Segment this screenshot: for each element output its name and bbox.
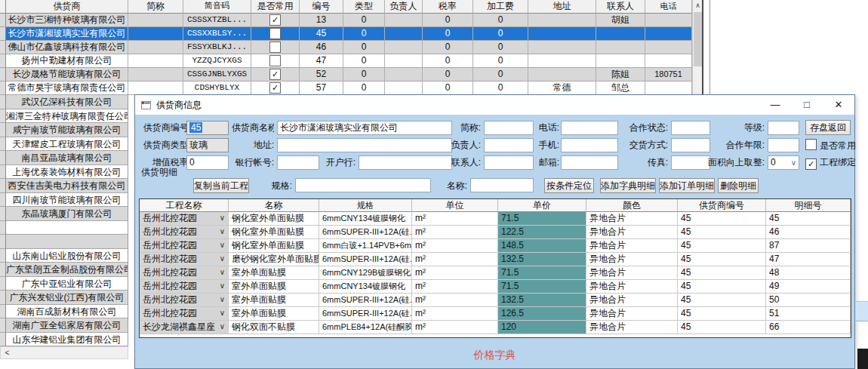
name-cell[interactable]: 钢化室外单面贴膜 <box>229 239 319 253</box>
pinyin-cell[interactable]: CSSGJNBLYXGS <box>183 68 251 81</box>
name-cell[interactable]: 钢化室外单面贴膜 <box>229 212 319 226</box>
color-cell[interactable]: 异地合片 <box>586 321 678 334</box>
col-header-name[interactable]: 名称 <box>229 199 319 212</box>
project-combobox-cell[interactable]: 岳州北控花园∨ <box>140 212 229 226</box>
tax-cell[interactable]: 0 <box>423 41 473 54</box>
manager-cell[interactable] <box>385 27 423 41</box>
supplier-name-input[interactable]: 长沙市潇湘玻璃实业有限公司 <box>277 121 452 135</box>
address-cell[interactable]: 常德 <box>528 81 596 95</box>
manager-cell[interactable] <box>385 81 423 95</box>
detail-id-cell[interactable]: 49 <box>766 280 851 294</box>
color-cell[interactable]: 异地合片 <box>586 307 678 321</box>
col-header-fee[interactable]: 加工费 <box>473 0 528 14</box>
unit-cell[interactable]: m² <box>412 266 498 280</box>
price-cell[interactable]: 120 <box>498 321 586 334</box>
phone-cell[interactable] <box>645 41 692 54</box>
supplier-name-cell[interactable]: 长沙市潇湘玻璃实业有限公司 <box>6 27 128 41</box>
detail-grid-row[interactable]: 岳州北控花园∨ 钢化室外单面贴膜 6mmCNY134镀膜钢化 m² 71.5 异… <box>140 212 851 226</box>
contact-input[interactable] <box>484 155 534 170</box>
maximize-icon[interactable]: □ <box>791 95 823 115</box>
supplier-id-cell[interactable]: 45 <box>678 226 766 239</box>
supplier-table-row[interactable]: 咸宁南玻节能玻璃有限公司 <box>0 123 129 137</box>
save-return-button[interactable]: 存盘返回 <box>805 120 851 135</box>
phone-cell[interactable] <box>645 81 692 95</box>
supplier-name-cell[interactable]: 湖南百成新材料有限公司 <box>6 305 128 319</box>
detail-id-cell[interactable]: 45 <box>766 212 851 226</box>
name-cell[interactable]: 钢化室外单面贴膜 <box>229 226 319 239</box>
supplier-name-cell[interactable]: 山东华建铝业集团有限公司 <box>6 333 128 347</box>
id-cell[interactable]: 52 <box>300 68 343 81</box>
grade-input[interactable] <box>768 121 799 135</box>
pinyin-cell[interactable]: FSSYXBLKJ... <box>183 41 251 54</box>
checkbox-icon[interactable] <box>805 139 817 150</box>
supplier-id-cell[interactable]: 45 <box>678 321 766 334</box>
supplier-name-cell[interactable]: 湖南广亚全铝家居有限公司 <box>6 318 128 333</box>
scroll-left-icon[interactable]: < <box>1 347 14 358</box>
supplier-table-row[interactable] <box>0 221 129 235</box>
col-header-spec[interactable]: 规格 <box>319 199 412 212</box>
address-cell[interactable] <box>528 54 596 68</box>
spec-cell[interactable]: 6mmCNY134镀膜钢化 <box>319 212 412 226</box>
abbr-cell[interactable] <box>128 14 183 27</box>
unit-cell[interactable]: m² <box>412 253 498 266</box>
supplier-table-row[interactable]: 山东华建铝业集团有限公司 <box>0 333 129 347</box>
supplier-name-cell[interactable]: 东晶玻璃厦门有限公司 <box>6 207 128 221</box>
supplier-table-row[interactable]: 佛山市亿鑫玻璃科技有限公司 FSSYXBLKJ... 46 0 0 0 <box>0 41 702 54</box>
spec-cell[interactable]: 6mmSUPER-III+12A(硅... <box>319 307 412 321</box>
supplier-name-cell[interactable]: 山东南山铝业股份有限公司 <box>6 249 128 263</box>
pinyin-cell[interactable]: CSSXXBLSY... <box>183 27 251 41</box>
project-combobox-cell[interactable]: 岳州北控花园∨ <box>140 280 229 294</box>
detail-grid-row[interactable]: 岳州北控花园∨ 室外单面贴膜 6mmCNY129B镀膜钢化 m² 71.5 异地… <box>140 266 851 280</box>
supplier-table-row[interactable]: 武汉亿深科技有限公司 <box>0 95 129 109</box>
col-header-type[interactable]: 类型 <box>343 0 385 14</box>
id-cell[interactable]: 47 <box>300 54 343 68</box>
supplier-id-cell[interactable]: 45 <box>678 280 766 294</box>
chevron-down-icon[interactable]: ∨ <box>220 239 225 252</box>
supplier-table-row[interactable]: 长沙市潇湘玻璃实业有限公司 CSSXXBLSY... 45 0 0 0 <box>0 27 702 41</box>
scrollbar-thumb[interactable] <box>694 12 702 66</box>
color-cell[interactable]: 异地合片 <box>586 280 678 294</box>
manager-cell[interactable] <box>385 41 423 54</box>
coop-years-input[interactable] <box>768 138 799 152</box>
col-header-manager[interactable]: 负责人 <box>385 0 423 14</box>
chevron-down-icon[interactable]: ∨ <box>220 321 225 334</box>
detail-id-cell[interactable]: 87 <box>766 239 851 253</box>
checkbox-icon[interactable]: ✓ <box>269 82 281 94</box>
supplier-table-row[interactable]: 长沙市三湘特种玻璃有限公司 CSSSXTZBL... ✓ 13 0 0 0 胡姐 <box>0 14 702 27</box>
price-cell[interactable]: 122.5 <box>498 226 586 239</box>
manager-input[interactable] <box>484 138 534 152</box>
supplier-table-row[interactable]: 广东坚朗五金制品股份有限公司 <box>0 263 129 277</box>
fee-cell[interactable]: 0 <box>473 54 528 68</box>
unit-cell[interactable]: m² <box>412 226 498 239</box>
phone-cell[interactable] <box>645 27 692 41</box>
checkbox-icon[interactable]: ✓ <box>805 158 817 170</box>
supplier-type-input[interactable]: 玻璃 <box>186 138 229 152</box>
tax-cell[interactable]: 0 <box>423 14 473 27</box>
supplier-table-row[interactable]: 西安佳吉美电力科技有限公司 <box>0 179 129 193</box>
add-order-detail-button[interactable]: 添加订单明细 <box>659 178 715 193</box>
col-header-detail-id[interactable]: 明细号 <box>766 199 851 212</box>
id-cell[interactable]: 57 <box>300 81 343 95</box>
common-checkbox[interactable]: 是否常用 <box>805 139 858 153</box>
supplier-table-row[interactable]: 广东兴发铝业(江西)有限公司 <box>0 291 129 305</box>
supplier-id-cell[interactable]: 45 <box>678 239 766 253</box>
tax-cell[interactable]: 0 <box>423 27 473 41</box>
col-header-common[interactable]: 是否常用 <box>251 0 300 14</box>
chevron-down-icon[interactable]: ∨ <box>220 294 225 306</box>
color-cell[interactable]: 异地合片 <box>586 226 678 239</box>
col-header-phone[interactable]: 电话 <box>645 0 692 14</box>
supplier-table-row[interactable] <box>0 235 129 249</box>
phone-cell[interactable] <box>645 14 692 27</box>
detail-id-cell[interactable]: 50 <box>766 294 851 307</box>
price-cell[interactable]: 71.5 <box>498 266 586 280</box>
vat-rate-input[interactable]: 0 <box>186 155 229 170</box>
col-header-supplier-id[interactable]: 供货商编号 <box>678 199 766 212</box>
abbr-cell[interactable] <box>128 54 183 68</box>
detail-grid-row[interactable]: 岳州北控花园∨ 磨砂钢化室外单面贴膜 6mmSUPER-III+12A(硅...… <box>140 253 851 266</box>
id-cell[interactable]: 46 <box>300 41 343 54</box>
table-horizontal-scrollbar[interactable]: < <box>0 346 128 359</box>
address-cell[interactable] <box>528 68 596 81</box>
name-cell[interactable]: 室外单面贴膜 <box>229 294 319 307</box>
chevron-down-icon[interactable]: ∨ <box>220 307 225 320</box>
phone-cell[interactable] <box>645 54 692 68</box>
